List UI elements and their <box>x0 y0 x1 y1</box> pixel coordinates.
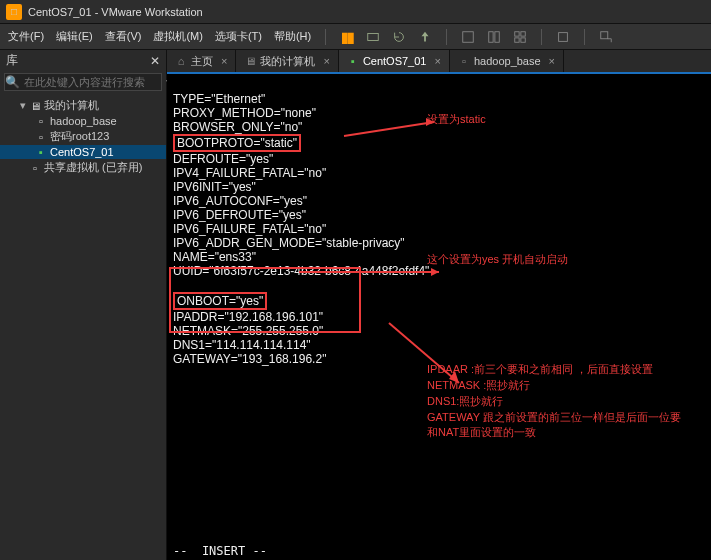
computer-icon: 🖥 <box>28 100 42 112</box>
svg-line-10 <box>344 122 434 136</box>
tree-label: 共享虚拟机 (已弃用) <box>44 160 142 175</box>
view-tile-icon[interactable] <box>485 29 503 45</box>
search-icon: 🔍 <box>5 75 20 89</box>
menu-view[interactable]: 查看(V) <box>103 29 144 44</box>
collapse-icon[interactable]: ▾ <box>18 99 28 112</box>
highlight-bootproto: BOOTPROTO="static" <box>173 134 301 152</box>
menu-bar: 文件(F) 编辑(E) 查看(V) 虚拟机(M) 选项卡(T) 帮助(H) ▮▮ <box>0 24 711 50</box>
tree-item-hadoop[interactable]: ▫ hadoop_base <box>0 114 166 128</box>
snapshot-icon[interactable] <box>364 29 382 45</box>
main-area: ⌂ 主页 × 🖥 我的计算机 × ▪ CentOS7_01 × ▫ hadoop… <box>167 50 711 560</box>
svg-rect-0 <box>368 33 379 40</box>
tab-hadoop[interactable]: ▫ hadoop_base × <box>450 50 564 72</box>
term-line: IPV6_AUTOCONF="yes" <box>173 194 307 208</box>
term-line: IPV4_FAILURE_FATAL="no" <box>173 166 326 180</box>
sidebar: 库 ✕ 🔍 ▾ ▾ 🖥 我的计算机 ▫ hadoop_base ▫ 密码root… <box>0 50 167 560</box>
tab-close-icon[interactable]: × <box>221 55 227 67</box>
annotation-ipaddr: IPDAAR :前三个要和之前相同 ，后面直接设置 <box>427 362 687 377</box>
svg-rect-8 <box>559 32 568 41</box>
window-titlebar: □ CentOS7_01 - VMware Workstation <box>0 0 711 24</box>
tab-label: CentOS7_01 <box>363 55 427 67</box>
svg-rect-2 <box>489 31 493 42</box>
sidebar-header: 库 ✕ <box>0 50 166 71</box>
term-line: IPV6INIT="yes" <box>173 180 256 194</box>
tree-label: CentOS7_01 <box>50 146 114 158</box>
unity-icon[interactable] <box>597 29 615 45</box>
vm-icon: ▪ <box>347 55 359 67</box>
tab-home[interactable]: ⌂ 主页 × <box>167 50 236 72</box>
svg-rect-3 <box>495 31 499 42</box>
menu-help[interactable]: 帮助(H) <box>272 29 313 44</box>
svg-rect-7 <box>521 37 525 41</box>
tree-item-centos[interactable]: ▪ CentOS7_01 <box>0 145 166 159</box>
annotation-dns: DNS1:照抄就行 <box>427 394 503 409</box>
close-icon[interactable]: ✕ <box>150 54 160 68</box>
shared-icon: ▫ <box>28 162 42 174</box>
term-line: GATEWAY="193_168.196.2" <box>173 352 326 366</box>
vm-icon: ▫ <box>458 55 470 67</box>
sidebar-title: 库 <box>6 52 18 69</box>
separator <box>325 29 326 45</box>
search-box[interactable]: 🔍 ▾ <box>4 73 162 91</box>
tree-label: 我的计算机 <box>44 98 99 113</box>
separator <box>584 29 585 45</box>
fullscreen-icon[interactable] <box>554 29 572 45</box>
tab-bar: ⌂ 主页 × 🖥 我的计算机 × ▪ CentOS7_01 × ▫ hadoop… <box>167 50 711 74</box>
arrow-icon <box>317 100 454 161</box>
vm-icon: ▫ <box>34 131 48 143</box>
vm-running-icon: ▪ <box>34 146 48 158</box>
menu-file[interactable]: 文件(F) <box>6 29 46 44</box>
window-title: CentOS7_01 - VMware Workstation <box>28 6 203 18</box>
svg-rect-1 <box>463 31 474 42</box>
annotation-gateway: GATEWAY 跟之前设置的前三位一样但是后面一位要和NAT里面设置的一致 <box>427 410 687 440</box>
upgrade-icon[interactable] <box>416 29 434 45</box>
term-line: NAME="ens33" <box>173 250 256 264</box>
tab-close-icon[interactable]: × <box>434 55 440 67</box>
menu-edit[interactable]: 编辑(E) <box>54 29 95 44</box>
tab-label: hadoop_base <box>474 55 541 67</box>
tree-root-mycomputer[interactable]: ▾ 🖥 我的计算机 <box>0 97 166 114</box>
tab-centos[interactable]: ▪ CentOS7_01 × <box>339 50 450 72</box>
tab-close-icon[interactable]: × <box>323 55 329 67</box>
annotation-static: 设置为static <box>427 112 486 127</box>
tree-item-root123[interactable]: ▫ 密码root123 <box>0 128 166 145</box>
tree-label: hadoop_base <box>50 115 117 127</box>
tab-label: 主页 <box>191 54 213 69</box>
svg-rect-4 <box>515 31 519 35</box>
view-thumb-icon[interactable] <box>511 29 529 45</box>
annotation-netmask: NETMASK :照抄就行 <box>427 378 530 393</box>
vm-icon: ▫ <box>34 115 48 127</box>
svg-rect-6 <box>515 37 519 41</box>
svg-marker-13 <box>431 268 439 276</box>
term-line: BROWSER_ONLY="no" <box>173 120 302 134</box>
pause-icon[interactable]: ▮▮ <box>338 29 356 45</box>
term-line: BOOTPROTO="static" <box>177 136 297 150</box>
home-icon: ⌂ <box>175 55 187 67</box>
reset-icon[interactable] <box>390 29 408 45</box>
separator <box>446 29 447 45</box>
annotation-onboot: 这个设置为yes 开机自动启动 <box>427 252 568 267</box>
tree-label: 密码root123 <box>50 129 109 144</box>
view-single-icon[interactable] <box>459 29 477 45</box>
svg-rect-9 <box>601 31 608 38</box>
menu-tabs[interactable]: 选项卡(T) <box>213 29 264 44</box>
vim-mode-line: -- INSERT -- <box>173 544 267 558</box>
term-line: IPV6_FAILURE_FATAL="no" <box>173 222 326 236</box>
search-input[interactable] <box>20 74 166 90</box>
term-line: DEFROUTE="yes" <box>173 152 273 166</box>
tab-label: 我的计算机 <box>260 54 315 69</box>
term-line: IPV6_DEFROUTE="yes" <box>173 208 306 222</box>
term-line: PROXY_METHOD="none" <box>173 106 316 120</box>
computer-icon: 🖥 <box>244 55 256 67</box>
tree-shared-vms[interactable]: ▫ 共享虚拟机 (已弃用) <box>0 159 166 176</box>
vm-tree: ▾ 🖥 我的计算机 ▫ hadoop_base ▫ 密码root123 ▪ Ce… <box>0 95 166 178</box>
svg-rect-5 <box>521 31 525 35</box>
tab-close-icon[interactable]: × <box>549 55 555 67</box>
tab-mycomputer[interactable]: 🖥 我的计算机 × <box>236 50 338 72</box>
app-logo-icon: □ <box>6 4 22 20</box>
menu-vm[interactable]: 虚拟机(M) <box>151 29 205 44</box>
separator <box>541 29 542 45</box>
terminal-output[interactable]: TYPE="Ethernet" PROXY_METHOD="none" BROW… <box>167 74 711 560</box>
term-line: TYPE="Ethernet" <box>173 92 265 106</box>
term-line: DNS1="114.114.114.114" <box>173 338 311 352</box>
